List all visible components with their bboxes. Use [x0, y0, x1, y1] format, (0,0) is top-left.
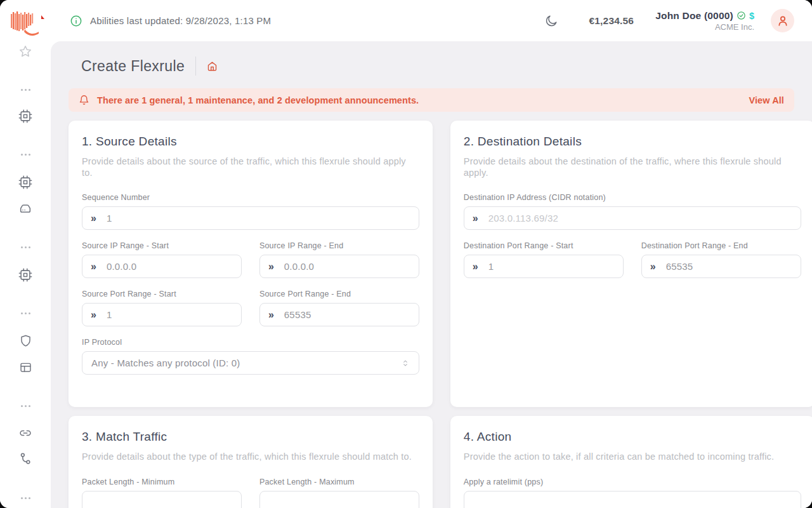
double-chevron-icon: »	[473, 262, 478, 272]
ip-protocol-select[interactable]: Any - Matches any protocol (ID: 0)	[82, 351, 419, 375]
sidebar-group-dots	[12, 402, 39, 410]
card-source-details: 1. Source Details Provide details about …	[69, 121, 433, 407]
field-label: Packet Length - Minimum	[82, 478, 242, 486]
source-port-end-input-group: »	[259, 303, 419, 326]
account-balance: €1,234.56	[589, 15, 634, 27]
ratelimit-input-group	[464, 491, 801, 508]
double-chevron-icon: »	[91, 213, 96, 224]
source-ip-start-input-group: »	[82, 255, 242, 278]
card-description: Provide details about the destination of…	[464, 156, 800, 178]
source-ip-start-input[interactable]	[107, 261, 233, 272]
cpu-icon	[18, 109, 32, 123]
card-description: Provide details about the source of the …	[82, 156, 418, 178]
field-label: IP Protocol	[82, 338, 419, 347]
double-chevron-icon: »	[268, 262, 274, 272]
hard-drive-icon	[18, 202, 32, 216]
sidebar-group-dots	[12, 309, 39, 317]
page-title: Create Flexrule	[81, 58, 185, 75]
packet-length-max-input[interactable]	[268, 497, 410, 508]
field-label: Destination Port Range - Start	[464, 241, 624, 250]
packet-length-max-input-group	[259, 491, 419, 508]
sidebar	[0, 0, 51, 508]
field-dest-port-start: Destination Port Range - Start »	[464, 241, 624, 278]
dest-port-start-input-group: »	[464, 255, 624, 278]
ratelimit-input[interactable]	[473, 497, 792, 508]
field-label: Sequence Number	[82, 193, 419, 202]
field-label: Apply a ratelimit (pps)	[464, 478, 801, 486]
flow-branch-icon	[18, 452, 32, 466]
verified-check-icon	[737, 11, 746, 20]
field-dest-port-end: Destination Port Range - End »	[641, 241, 801, 278]
field-packet-length-min: Packet Length - Minimum	[82, 478, 242, 508]
moon-icon	[544, 14, 558, 28]
sidebar-item-compute-3[interactable]	[12, 267, 39, 283]
select-value: Any - Matches any protocol (ID: 0)	[91, 358, 401, 368]
sidebar-item-security[interactable]	[12, 333, 39, 348]
sidebar-group-dots	[12, 494, 39, 502]
link-icon	[18, 426, 32, 440]
source-port-end-input[interactable]	[284, 309, 410, 320]
announcement-text: There are 1 general, 1 maintenance, and …	[97, 95, 419, 105]
sidebar-item-flows[interactable]	[12, 451, 39, 467]
card-title: 3. Match Traffic	[82, 430, 419, 444]
info-icon	[70, 15, 82, 27]
dest-port-start-input[interactable]	[488, 261, 615, 272]
field-source-ip-start: Source IP Range - Start »	[82, 241, 242, 278]
sidebar-item-servers[interactable]	[12, 201, 39, 217]
sidebar-group-dots	[12, 243, 39, 251]
sidebar-item-compute-2[interactable]	[12, 175, 39, 190]
dark-mode-toggle[interactable]	[544, 14, 558, 28]
source-port-start-input[interactable]	[107, 309, 233, 320]
app-window: Abilities last updated: 9/28/2023, 1:13 …	[0, 0, 812, 508]
cards-grid: 1. Source Details Provide details about …	[69, 121, 794, 508]
user-name: John Doe (0000)	[655, 10, 733, 22]
card-title: 2. Destination Details	[464, 135, 801, 149]
sidebar-item-links[interactable]	[12, 425, 39, 441]
field-label: Packet Length - Maximum	[259, 478, 419, 486]
packet-length-min-input[interactable]	[91, 497, 233, 508]
sequence-number-input[interactable]	[107, 213, 410, 224]
card-title: 4. Action	[464, 430, 801, 444]
card-destination-details: 2. Destination Details Provide details a…	[450, 121, 812, 407]
source-ip-end-input-group: »	[259, 255, 419, 278]
field-label: Destination Port Range - End	[641, 241, 801, 250]
shield-icon	[19, 334, 32, 347]
person-icon	[776, 14, 790, 28]
card-description: Provide the action to take, if all crite…	[464, 451, 800, 463]
sidebar-item-favorites[interactable]	[12, 44, 39, 59]
field-destination-ip: Destination IP Address (CIDR notation) »	[464, 193, 801, 230]
card-title: 1. Source Details	[82, 135, 419, 149]
double-chevron-icon: »	[650, 262, 656, 272]
destination-ip-input-group: »	[464, 206, 801, 230]
field-label: Source IP Range - Start	[82, 241, 242, 250]
sidebar-item-compute-1[interactable]	[12, 109, 39, 124]
chevrons-up-down-icon	[401, 359, 410, 368]
announcement-banner: There are 1 general, 1 maintenance, and …	[69, 88, 794, 112]
source-ip-end-input[interactable]	[284, 261, 410, 272]
brand-logo[interactable]	[0, 0, 51, 41]
double-chevron-icon: »	[91, 262, 96, 272]
packet-length-min-input-group	[82, 491, 242, 508]
field-label: Source IP Range - End	[259, 241, 419, 250]
top-header: Abilities last updated: 9/28/2023, 1:13 …	[51, 0, 812, 41]
destination-ip-input[interactable]	[488, 213, 792, 224]
card-action: 4. Action Provide the action to take, if…	[450, 416, 812, 508]
view-all-link[interactable]: View All	[749, 95, 784, 105]
field-label: Source Port Range - End	[259, 290, 419, 298]
field-source-ip-end: Source IP Range - End »	[259, 241, 419, 278]
abilities-status: Abilities last updated: 9/28/2023, 1:13 …	[70, 15, 271, 27]
user-info: John Doe (0000) $ ACME Inc.	[655, 10, 754, 32]
double-chevron-icon: »	[91, 310, 96, 320]
dest-port-end-input[interactable]	[666, 261, 792, 272]
home-button[interactable]	[207, 61, 218, 72]
company-name: ACME Inc.	[715, 22, 754, 32]
field-label: Source Port Range - Start	[82, 290, 242, 298]
avatar[interactable]	[771, 9, 794, 32]
sidebar-item-tables[interactable]	[12, 359, 39, 375]
field-packet-length-max: Packet Length - Maximum	[259, 478, 419, 508]
page-head: Create Flexrule	[69, 57, 794, 76]
field-sequence-number: Sequence Number »	[82, 193, 419, 230]
card-description: Provide details about the type of the tr…	[82, 451, 418, 463]
double-chevron-icon: »	[268, 310, 274, 320]
cpu-icon	[18, 268, 32, 282]
